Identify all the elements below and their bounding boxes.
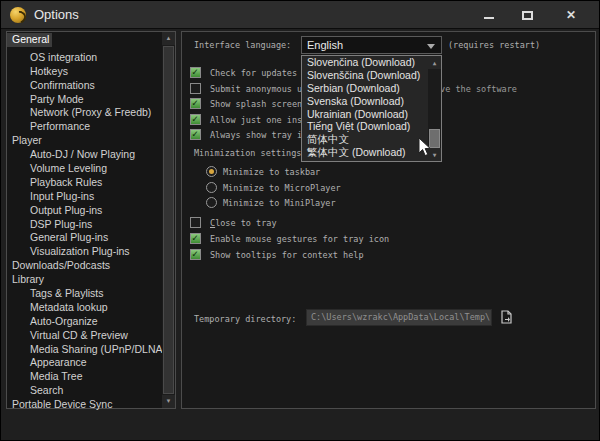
mouse-cursor	[418, 137, 431, 161]
close-button[interactable]: ✕	[553, 5, 589, 25]
settings-tree-panel: General OS integration Hotkeys Confirmat…	[6, 31, 176, 409]
show-tooltips-label: Show tooltips for context help	[210, 250, 364, 260]
temp-directory-input[interactable]: C:\Users\wzrakc\AppData\Local\Temp\	[306, 309, 492, 326]
minimize-button[interactable]	[473, 5, 505, 25]
sidebar-item-general[interactable]: General	[7, 33, 52, 47]
dropdown-option-ukrainian[interactable]: Ukrainian (Download)	[302, 108, 441, 121]
minimize-to-taskbar-label: Minimize to taskbar	[223, 167, 320, 177]
allow-one-instance-checkbox[interactable]	[190, 114, 201, 125]
sidebar-scrollbar[interactable]: ▲ ▼	[162, 32, 175, 408]
browse-button[interactable]	[499, 310, 514, 325]
show-splash-screen-label: Show splash screen	[210, 99, 302, 109]
minimize-to-miniplayer-radio[interactable]	[206, 197, 217, 208]
dropdown-option-tieng-viet[interactable]: Tiếng Việt (Download)	[302, 120, 441, 133]
minimize-to-microplayer-radio[interactable]	[206, 182, 217, 193]
minimization-settings-label: Minimization settings	[194, 148, 301, 158]
app-logo-icon	[10, 7, 26, 23]
dropdown-option-slovencina[interactable]: Slovenčina (Download)	[302, 56, 441, 69]
title-bar: Options ✕	[1, 1, 600, 29]
show-tooltips-checkbox[interactable]	[190, 249, 201, 260]
language-select-value: English	[307, 39, 343, 51]
minimize-to-microplayer-label: Minimize to MicroPlayer	[223, 183, 341, 193]
submit-anonymous-checkbox[interactable]	[190, 83, 201, 94]
general-settings-panel: Interface language: English (requires re…	[181, 31, 596, 409]
requires-restart-note: (requires restart)	[448, 40, 540, 50]
chevron-down-icon	[427, 44, 435, 49]
mouse-gestures-label: Enable mouse gestures for tray icon	[210, 234, 389, 244]
minimize-to-miniplayer-label: Minimize to MiniPlayer	[223, 198, 336, 208]
options-dialog: Options ✕ General OS integration Hotkeys…	[0, 0, 600, 441]
scroll-down-icon[interactable]: ▼	[162, 395, 175, 408]
scroll-up-icon[interactable]: ▲	[428, 56, 441, 69]
allow-one-instance-label: Allow just one ins	[210, 115, 302, 125]
submit-anonymous-label: Submit anonymous u	[210, 84, 302, 94]
scroll-up-icon[interactable]: ▲	[162, 32, 175, 45]
sidebar-scroll-thumb[interactable]	[163, 46, 174, 394]
mouse-gestures-checkbox[interactable]	[190, 233, 201, 244]
language-select[interactable]: English	[301, 36, 442, 54]
browse-folder-icon	[499, 310, 514, 325]
sidebar-item-portable-device-sync[interactable]: Portable Device Sync	[7, 398, 112, 410]
dropdown-option-serbian[interactable]: Serbian (Download)	[302, 82, 441, 95]
check-for-updates-label: Check for updates	[210, 68, 297, 78]
window-title: Options	[34, 7, 79, 22]
minimize-icon	[484, 17, 494, 19]
show-splash-screen-checkbox[interactable]	[190, 98, 201, 109]
check-for-updates-checkbox[interactable]	[190, 67, 201, 78]
maximize-button[interactable]	[511, 5, 543, 25]
temp-directory-label: Temporary directory:	[194, 314, 296, 324]
always-show-tray-checkbox[interactable]	[190, 129, 201, 140]
close-to-tray-checkbox[interactable]	[190, 217, 201, 228]
interface-language-label: Interface language:	[194, 40, 291, 50]
minimize-to-taskbar-radio[interactable]	[206, 166, 217, 177]
close-to-tray-label: Close to tray	[210, 218, 277, 228]
close-icon: ✕	[566, 8, 576, 22]
always-show-tray-label: Always show tray i	[210, 130, 302, 140]
settings-tree: General OS integration Hotkeys Confirmat…	[7, 33, 161, 408]
dropdown-option-svenska[interactable]: Svenska (Download)	[302, 95, 441, 108]
dropdown-option-slovenscina[interactable]: Slovenščina (Download)	[302, 69, 441, 82]
maximize-icon	[522, 11, 533, 20]
occluded-text-fragment: ove the software	[435, 84, 517, 94]
